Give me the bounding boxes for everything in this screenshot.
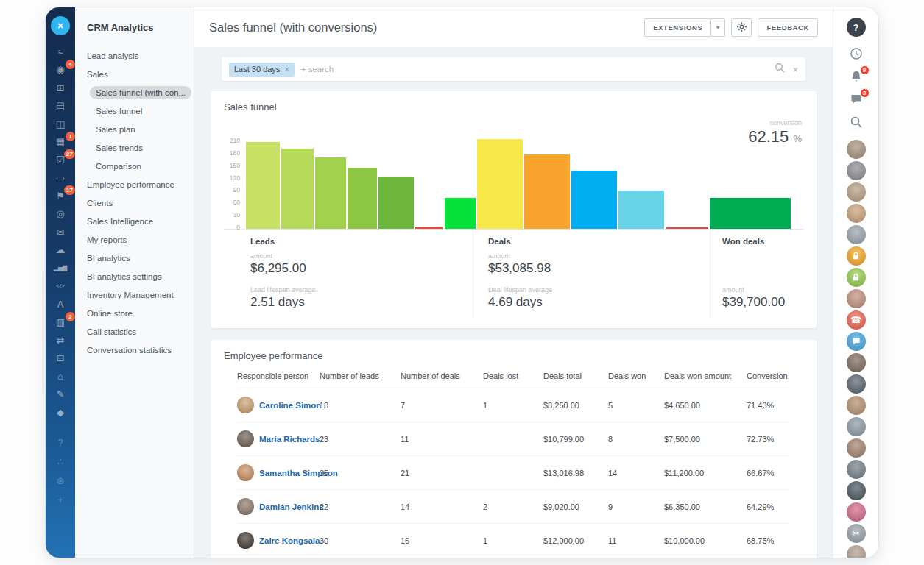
- close-menu-button[interactable]: ×: [51, 16, 70, 35]
- avatar[interactable]: [847, 353, 866, 372]
- sidebar-item-sales-plan[interactable]: Sales plan: [87, 120, 194, 138]
- funnel-bar-deals-stage-1[interactable]: [477, 139, 523, 229]
- documents-icon[interactable]: ▤: [52, 97, 69, 116]
- avatar[interactable]: [847, 140, 866, 159]
- add-icon[interactable]: +: [52, 490, 69, 509]
- filter-search-bar[interactable]: Last 30 days × + search ×: [222, 57, 805, 81]
- column-header-deals-won-amount[interactable]: Deals won amount: [664, 372, 747, 380]
- avatar[interactable]: [847, 161, 866, 180]
- avatar[interactable]: [847, 481, 866, 500]
- clip-tool[interactable]: ✂: [847, 524, 866, 543]
- marketing-icon[interactable]: ◎: [52, 205, 69, 224]
- avatar[interactable]: [847, 225, 866, 244]
- chat-bot[interactable]: [847, 332, 866, 351]
- online-store-icon[interactable]: ⊟: [52, 349, 69, 368]
- sidebar-item-sales-trends[interactable]: Sales trends: [87, 138, 194, 157]
- feedback-button[interactable]: FEEDBACK: [758, 18, 818, 37]
- automation-icon[interactable]: A: [52, 295, 69, 313]
- settings-button[interactable]: [731, 18, 752, 37]
- sidebar-item-my-reports[interactable]: My reports: [87, 230, 194, 249]
- security-icon[interactable]: ◆: [52, 403, 69, 422]
- calendar-icon[interactable]: ▦1: [52, 133, 69, 152]
- funnel-bar-leads-stage-3[interactable]: [315, 157, 346, 229]
- avatar[interactable]: [847, 396, 866, 415]
- avatar[interactable]: [847, 545, 866, 558]
- messenger-icon[interactable]: 3: [848, 91, 864, 107]
- sidebar-item-lead-analysis[interactable]: Lead analysis: [87, 46, 194, 65]
- invited-user[interactable]: [847, 268, 866, 287]
- funnel-bar-deals-stage-2[interactable]: [524, 154, 570, 229]
- table-row-damian-jenkins[interactable]: Damian Jenkins22142$9,020.009$6,350.0064…: [237, 489, 790, 523]
- search-icon[interactable]: [775, 63, 785, 76]
- tasks-icon[interactable]: ☑27: [52, 151, 69, 169]
- extensions-caret-button[interactable]: ▾: [710, 18, 725, 37]
- funnel-bar-leads-stage-1[interactable]: [246, 142, 280, 229]
- call-contact[interactable]: ☎: [847, 310, 866, 330]
- plan-icon[interactable]: [848, 46, 864, 62]
- column-header-number-of-leads[interactable]: Number of leads: [320, 372, 401, 380]
- developer-icon[interactable]: </>: [52, 277, 69, 296]
- restricted-user[interactable]: [847, 246, 866, 266]
- avatar[interactable]: [847, 460, 866, 479]
- funnel-bar-deals-lost[interactable]: [666, 227, 708, 229]
- sidebar-item-bi-analytics-settings[interactable]: BI analytics settings: [87, 267, 194, 285]
- funnel-bar-deals-stage-4[interactable]: [618, 191, 664, 229]
- avatar[interactable]: [847, 438, 866, 458]
- table-row-zaire-kongsala[interactable]: Zaire Kongsala30161$12,000.0011$10,000.0…: [237, 523, 790, 557]
- sidebar-item-online-store[interactable]: Online store: [87, 304, 194, 322]
- crm-icon[interactable]: ⚑17: [52, 187, 69, 205]
- funnel-bar-leads-stage-5[interactable]: [378, 177, 414, 229]
- sidebar-item-sales[interactable]: Sales: [87, 65, 194, 83]
- column-header-deals-total[interactable]: Deals total: [543, 372, 608, 380]
- avatar[interactable]: [847, 289, 866, 308]
- column-header-deals-lost[interactable]: Deals lost: [483, 372, 543, 380]
- table-row-maria-richards[interactable]: Maria Richards2311$10,799.008$7,500.0072…: [237, 422, 790, 455]
- column-header-responsible-person[interactable]: Responsible person: [237, 372, 320, 380]
- sidebar-item-sales-intelligence[interactable]: Sales Intelligence: [87, 212, 194, 230]
- settings-icon[interactable]: ⊛: [52, 471, 69, 490]
- analytics-icon[interactable]: ▂▅▇: [52, 259, 69, 277]
- inventory-icon[interactable]: ▥2: [52, 313, 69, 332]
- avatar[interactable]: [847, 374, 866, 394]
- column-header-deals-won[interactable]: Deals won: [608, 372, 664, 380]
- clear-filter-icon[interactable]: ×: [792, 64, 798, 75]
- person-link[interactable]: Zaire Kongsala: [259, 536, 320, 545]
- mail-icon[interactable]: ✉: [52, 223, 69, 241]
- funnel-bar-leads-lost[interactable]: [415, 227, 443, 229]
- exchange-icon[interactable]: ⇄: [52, 331, 69, 349]
- person-link[interactable]: Damian Jenkins: [259, 502, 324, 511]
- messenger-icon[interactable]: ◉4: [52, 61, 69, 79]
- company-icon[interactable]: ⌂: [52, 367, 69, 385]
- funnel-bar-leads-stage-4[interactable]: [348, 168, 377, 229]
- avatar[interactable]: [847, 182, 866, 202]
- column-header-conversion[interactable]: Conversion: [747, 372, 790, 380]
- sidebar-item-employee-performance[interactable]: Employee performance: [87, 175, 194, 193]
- person-link[interactable]: Caroline Simon: [259, 401, 321, 410]
- funnel-bar-deals-won[interactable]: [710, 198, 791, 229]
- filter-chip[interactable]: Last 30 days ×: [229, 63, 295, 77]
- column-header-number-of-deals[interactable]: Number of deals: [401, 372, 483, 380]
- help-button[interactable]: ?: [847, 18, 866, 37]
- funnel-bar-leads-converted[interactable]: [445, 198, 476, 229]
- edit-icon[interactable]: ✎: [52, 385, 69, 404]
- search-icon[interactable]: [848, 114, 864, 130]
- avatar[interactable]: [847, 204, 866, 223]
- notifications-icon[interactable]: 9: [848, 68, 864, 85]
- sidebar-item-comparison[interactable]: Comparison: [87, 157, 194, 175]
- live-feed-icon[interactable]: ≈: [52, 43, 69, 61]
- sidebar-item-conversation-statistics[interactable]: Conversation statistics: [87, 341, 194, 359]
- table-row-samantha-simpson[interactable]: Samantha Simpson3521$13,016.9814$11,200.…: [237, 455, 790, 489]
- avatar[interactable]: [847, 417, 866, 436]
- community-icon[interactable]: ∴: [52, 452, 69, 471]
- sidebar-item-call-statistics[interactable]: Call statistics: [87, 322, 194, 341]
- sidebar-item-bi-analytics[interactable]: BI analytics: [87, 249, 194, 267]
- funnel-bar-leads-stage-2[interactable]: [281, 149, 314, 229]
- avatar[interactable]: [847, 502, 866, 522]
- employees-icon[interactable]: ◫: [52, 115, 69, 133]
- sidebar-item-inventory-management[interactable]: Inventory Management: [87, 285, 194, 304]
- filter-chip-close-icon[interactable]: ×: [284, 65, 289, 74]
- funnel-bar-deals-stage-3[interactable]: [571, 171, 617, 229]
- extensions-button[interactable]: EXTENSIONS: [644, 18, 711, 37]
- table-row-caroline-simon[interactable]: Caroline Simon1071$8,250.005$4,650.0071.…: [237, 388, 790, 422]
- contacts-icon[interactable]: ▭: [52, 169, 69, 188]
